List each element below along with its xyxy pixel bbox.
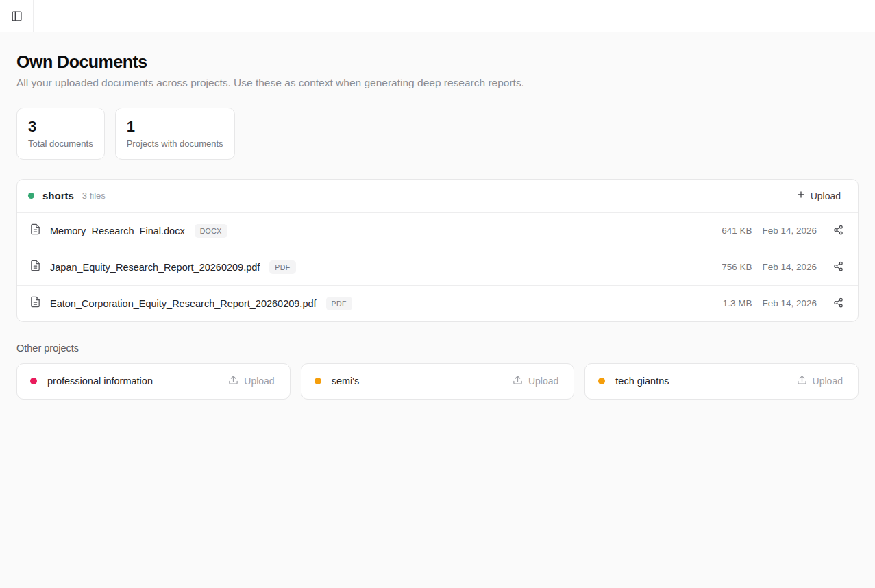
- upload-button[interactable]: Upload: [790, 186, 847, 206]
- stat-card-total-documents: 3 Total documents: [16, 108, 105, 160]
- main-content: Own Documents All your uploaded document…: [0, 52, 875, 400]
- file-type-badge: PDF: [326, 297, 352, 310]
- file-list: Memory_Research_Final.docx DOCX 641 KB F…: [17, 212, 858, 321]
- other-project-card[interactable]: professional information Upload: [16, 363, 291, 400]
- other-project-card[interactable]: tech giantns Upload: [584, 363, 859, 400]
- other-projects-grid: professional information Upload semi's: [16, 363, 859, 400]
- stat-label: Total documents: [28, 138, 93, 149]
- file-meta: 641 KB Feb 14, 2026: [712, 222, 847, 240]
- plus-icon: [796, 190, 806, 201]
- page-subtitle: All your uploaded documents across proje…: [16, 77, 859, 89]
- file-text-icon: [29, 223, 41, 238]
- panel-left-icon: [11, 10, 23, 22]
- upload-button[interactable]: Upload: [227, 372, 275, 390]
- stat-label: Projects with documents: [127, 138, 223, 149]
- upload-button-label: Upload: [813, 376, 843, 387]
- project-name: professional information: [47, 376, 153, 387]
- file-name: Memory_Research_Final.docx: [50, 225, 185, 236]
- project-color-dot: [598, 378, 605, 384]
- file-date: Feb 14, 2026: [762, 262, 817, 272]
- file-row[interactable]: Japan_Equity_Research_Report_20260209.pd…: [17, 249, 858, 285]
- upload-icon: [228, 375, 238, 387]
- file-name: Eaton_Corporation_Equity_Research_Report…: [50, 298, 317, 309]
- share-icon: [833, 261, 843, 273]
- project-name: semi's: [332, 376, 360, 387]
- share-button[interactable]: [829, 258, 847, 276]
- share-icon: [833, 225, 843, 237]
- file-type-badge: PDF: [269, 260, 295, 274]
- file-row[interactable]: Memory_Research_Final.docx DOCX 641 KB F…: [17, 212, 858, 249]
- stat-card-projects-with-documents: 1 Projects with documents: [115, 108, 235, 160]
- share-button[interactable]: [829, 222, 847, 240]
- file-date: Feb 14, 2026: [762, 225, 817, 236]
- share-button[interactable]: [829, 295, 847, 313]
- topbar-left-section: [0, 0, 34, 32]
- other-project-card[interactable]: semi's Upload: [301, 363, 575, 400]
- upload-button[interactable]: Upload: [796, 372, 844, 390]
- other-projects-label: Other projects: [16, 343, 859, 354]
- file-size: 641 KB: [712, 225, 752, 236]
- stats-row: 3 Total documents 1 Projects with docume…: [16, 108, 859, 160]
- share-icon: [833, 297, 843, 310]
- project-files-card: shorts 3 files Upload Memory_Research_Fi…: [16, 179, 859, 322]
- upload-button-label: Upload: [528, 376, 558, 387]
- project-files-count: 3 files: [82, 191, 106, 201]
- project-files-header: shorts 3 files Upload: [17, 180, 858, 212]
- project-name: shorts: [42, 190, 74, 201]
- file-text-icon: [29, 260, 41, 274]
- upload-icon: [513, 375, 523, 387]
- topbar: [0, 0, 875, 32]
- upload-icon: [797, 375, 807, 387]
- upload-button[interactable]: Upload: [511, 372, 560, 390]
- stat-value: 1: [127, 117, 223, 136]
- project-color-dot: [28, 193, 34, 199]
- project-color-dot: [315, 378, 321, 384]
- file-row[interactable]: Eaton_Corporation_Equity_Research_Report…: [17, 285, 858, 321]
- sidebar-toggle-button[interactable]: [6, 5, 27, 26]
- file-text-icon: [29, 296, 41, 310]
- upload-button-label: Upload: [244, 376, 274, 387]
- file-type-badge: DOCX: [195, 224, 227, 238]
- file-meta: 1.3 MB Feb 14, 2026: [712, 295, 847, 313]
- file-date: Feb 14, 2026: [762, 298, 817, 308]
- file-size: 756 KB: [712, 262, 752, 272]
- project-color-dot: [30, 378, 37, 384]
- file-size: 1.3 MB: [712, 298, 752, 308]
- page-title: Own Documents: [16, 52, 859, 72]
- stat-value: 3: [28, 117, 93, 136]
- project-name: tech giantns: [615, 376, 669, 387]
- upload-button-label: Upload: [811, 191, 841, 201]
- file-meta: 756 KB Feb 14, 2026: [712, 258, 847, 276]
- file-name: Japan_Equity_Research_Report_20260209.pd…: [50, 262, 260, 273]
